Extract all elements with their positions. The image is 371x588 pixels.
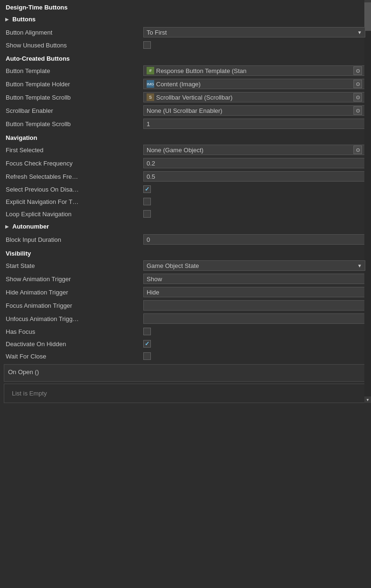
scrollbar-enabler-value: None (UI Scrollbar Enabler) ⊙ [143, 105, 365, 116]
select-previous-checkbox-wrapper [143, 185, 365, 193]
unfocus-animation-trigger-value [143, 313, 365, 324]
auto-created-buttons-header: Auto-Created Buttons [0, 51, 371, 64]
button-template-holder-text: Content (Image) [156, 81, 201, 88]
show-unused-buttons-label: Show Unused Buttons [6, 42, 143, 49]
button-template-field[interactable]: # Response Button Template (Stan ⊙ [143, 65, 365, 76]
show-animation-trigger-row: Show Animation Trigger Show [0, 272, 371, 285]
focus-animation-trigger-input[interactable] [143, 300, 365, 311]
deactivate-on-hidden-checkbox[interactable] [143, 340, 151, 348]
hide-animation-trigger-input[interactable]: Hide [143, 287, 365, 297]
unfocus-animation-trigger-row: Unfocus Animation Trigg… [0, 312, 371, 325]
button-template-holder-selector[interactable]: ⊙ [353, 80, 362, 88]
explicit-navigation-value [143, 198, 365, 205]
loop-explicit-navigation-row: Loop Explicit Navigation [0, 208, 371, 220]
scrollbar-enabler-label: Scrollbar Enabler [6, 107, 143, 114]
wait-for-close-label: Wait For Close [6, 353, 143, 360]
show-unused-buttons-row: Show Unused Buttons [0, 39, 371, 51]
start-state-value: Game Object State ▼ [143, 260, 365, 271]
scrollbar-thumb[interactable] [364, 2, 371, 31]
button-template-scrollbar2-row: Button Template Scrollb 1 [0, 117, 371, 130]
button-template-holder-content: IMG Content (Image) [147, 80, 353, 88]
autonumber-foldout-arrow: ▶ [4, 223, 10, 230]
buttons-foldout[interactable]: ▶ Buttons [0, 13, 371, 26]
scrollbar-enabler-content: None (UI Scrollbar Enabler) [147, 107, 353, 114]
has-focus-checkbox[interactable] [143, 328, 151, 335]
has-focus-checkbox-wrapper [143, 328, 365, 335]
block-input-duration-value: 0 [143, 234, 365, 245]
scrollbar-enabler-row: Scrollbar Enabler None (UI Scrollbar Ena… [0, 104, 371, 117]
buttons-foldout-arrow: ▶ [4, 16, 10, 23]
button-alignment-dropdown[interactable]: To First ▼ [143, 27, 365, 37]
refresh-selectables-input[interactable]: 0.5 [143, 171, 365, 182]
button-template-scrollbar-row: Button Template Scrollb S Scrollbar Vert… [0, 91, 371, 104]
button-template-holder-icon: IMG [147, 80, 154, 88]
start-state-dropdown[interactable]: Game Object State ▼ [143, 260, 365, 271]
on-open-header: On Open () [8, 368, 363, 376]
button-template-label: Button Template [6, 67, 143, 74]
autonumber-foldout-label: Autonumber [12, 223, 49, 230]
button-template-scrollbar-content: S Scrollbar Vertical (Scrollbar) [147, 93, 353, 101]
hide-animation-trigger-row: Hide Animation Trigger Hide [0, 285, 371, 299]
dropdown-arrow-icon: ▼ [357, 30, 362, 35]
navigation-header: Navigation [0, 130, 371, 143]
show-animation-trigger-input[interactable]: Show [143, 274, 365, 284]
wait-for-close-checkbox-wrapper [143, 352, 365, 360]
inspector-panel: ▲ ▼ Design-Time Buttons ▶ Buttons Button… [0, 0, 371, 403]
loop-explicit-navigation-value [143, 210, 365, 218]
button-template-holder-value: IMG Content (Image) ⊙ [143, 79, 365, 89]
first-selected-value: None (Game Object) ⊙ [143, 145, 365, 155]
first-selected-label: First Selected [6, 147, 143, 154]
explicit-navigation-checkbox-wrapper [143, 198, 365, 205]
loop-explicit-navigation-checkbox[interactable] [143, 210, 151, 218]
select-previous-checkbox[interactable] [143, 185, 151, 193]
button-template-icon: # [147, 67, 154, 74]
select-previous-on-disa-value [143, 185, 365, 193]
first-selected-selector[interactable]: ⊙ [353, 146, 362, 154]
wait-for-close-value [143, 352, 365, 360]
button-template-holder-row: Button Template Holder IMG Content (Imag… [0, 77, 371, 91]
block-input-duration-row: Block Input Duration 0 [0, 233, 371, 246]
on-open-section: On Open () [4, 364, 367, 382]
start-state-dropdown-arrow-icon: ▼ [357, 263, 362, 268]
button-alignment-row: Button Alignment To First ▼ [0, 26, 371, 39]
button-template-scrollbar2-input[interactable]: 1 [143, 119, 365, 129]
hide-animation-trigger-label: Hide Animation Trigger [6, 289, 143, 296]
button-template-selector[interactable]: ⊙ [353, 66, 362, 75]
list-empty-text: List is Empty [8, 388, 363, 399]
wait-for-close-checkbox[interactable] [143, 352, 151, 360]
focus-check-frequency-input[interactable]: 0.2 [143, 158, 365, 168]
deactivate-on-hidden-value [143, 340, 365, 348]
button-alignment-label: Button Alignment [6, 29, 143, 36]
first-selected-content: None (Game Object) [147, 147, 353, 154]
focus-animation-trigger-row: Focus Animation Trigger [0, 299, 371, 312]
deactivate-on-hidden-row: Deactivate On Hidden [0, 338, 371, 350]
button-template-scrollbar-selector[interactable]: ⊙ [353, 93, 362, 101]
loop-explicit-navigation-label: Loop Explicit Navigation [6, 211, 143, 218]
show-unused-buttons-checkbox[interactable] [143, 41, 151, 49]
focus-check-frequency-value: 0.2 [143, 158, 365, 168]
design-time-buttons-header: Design-Time Buttons [0, 0, 371, 13]
scrollbar-enabler-text: None (UI Scrollbar Enabler) [147, 107, 223, 114]
button-template-content: # Response Button Template (Stan [147, 67, 353, 74]
list-empty-section: List is Empty [4, 384, 367, 403]
first-selected-field[interactable]: None (Game Object) ⊙ [143, 145, 365, 155]
explicit-navigation-checkbox[interactable] [143, 198, 151, 205]
start-state-label: Start State [6, 262, 143, 269]
button-template-scrollbar-icon: S [147, 93, 154, 101]
autonumber-foldout[interactable]: ▶ Autonumber [0, 220, 371, 233]
button-template-scrollbar-field[interactable]: S Scrollbar Vertical (Scrollbar) ⊙ [143, 92, 365, 102]
first-selected-text: None (Game Object) [147, 147, 204, 154]
scrollbar-enabler-selector[interactable]: ⊙ [353, 106, 362, 115]
scrollbar-track[interactable]: ▲ ▼ [364, 0, 371, 403]
block-input-duration-input[interactable]: 0 [143, 234, 365, 245]
unfocus-animation-trigger-input[interactable] [143, 313, 365, 324]
scrollbar-down-arrow[interactable]: ▼ [364, 396, 371, 403]
wait-for-close-row: Wait For Close [0, 350, 371, 362]
button-template-scrollbar2-label: Button Template Scrollb [6, 120, 143, 128]
start-state-row: Start State Game Object State ▼ [0, 259, 371, 272]
show-unused-buttons-value [143, 41, 365, 49]
visibility-header: Visibility [0, 246, 371, 259]
scrollbar-enabler-field[interactable]: None (UI Scrollbar Enabler) ⊙ [143, 105, 365, 116]
button-template-holder-field[interactable]: IMG Content (Image) ⊙ [143, 79, 365, 89]
explicit-navigation-row: Explicit Navigation For T… [0, 195, 371, 208]
